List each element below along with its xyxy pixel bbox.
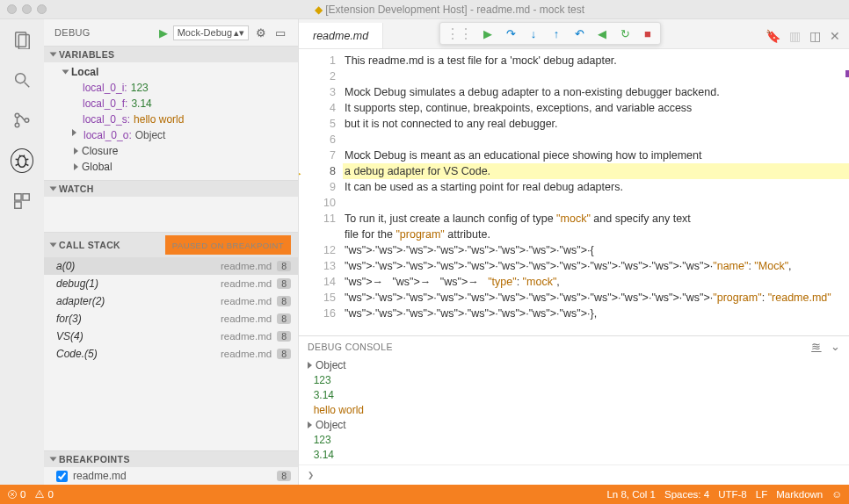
step-out-button[interactable]: ↑ [546, 24, 567, 43]
callstack-body: a(0)readme.md8debug(1)readme.md8adapter(… [44, 257, 298, 363]
debug-settings-button[interactable]: ⚙ [254, 26, 268, 40]
gutter[interactable]: 1234567▶8910111213141516 [299, 49, 343, 335]
svg-rect-14 [15, 194, 21, 200]
console-line[interactable]: 123 [308, 433, 840, 448]
source-control-icon[interactable] [11, 109, 33, 132]
start-debug-button[interactable]: ▶ [159, 26, 168, 40]
variable-row[interactable]: local_0_s: hello world [44, 112, 298, 127]
layout-icon[interactable]: ◫ [809, 29, 821, 43]
svg-point-5 [15, 123, 19, 127]
debug-console-input[interactable]: ❯ [299, 464, 849, 485]
minimize-window-dot[interactable] [22, 4, 32, 14]
feedback-icon[interactable]: ☺ [831, 489, 842, 500]
debug-console-header[interactable]: DEBUG CONSOLE ≋ ⌄ [299, 336, 849, 356]
toggle-breakpoints-icon[interactable]: 🔖 [766, 29, 780, 43]
debug-icon[interactable] [11, 149, 33, 172]
maximize-window-dot[interactable] [37, 4, 47, 14]
stop-button[interactable]: ■ [637, 24, 658, 43]
svg-rect-16 [15, 202, 21, 208]
editor[interactable]: 1234567▶8910111213141516 This readme.md … [299, 49, 849, 335]
svg-line-13 [24, 155, 25, 157]
split-editor-icon[interactable]: ▥ [789, 29, 801, 43]
editor-group: readme.md ⋮⋮ ▶ ↷ ↓ ↑ ↶ ◀ ↻ ■ 🔖 ▥ ◫ ✕ 123… [299, 19, 849, 485]
status-bar: 0 0 Ln 8, Col 1 Spaces: 4 UTF-8 LF Markd… [0, 485, 849, 504]
status-warnings[interactable]: 0 [34, 489, 53, 500]
scope-closure[interactable]: Closure [44, 143, 298, 159]
status-ln-col[interactable]: Ln 8, Col 1 [606, 489, 656, 500]
code-area[interactable]: This readme.md is a test file for a 'moc… [343, 49, 849, 335]
console-line[interactable]: Object [308, 418, 840, 433]
overview-ruler-marker [845, 70, 849, 77]
console-chevron-icon[interactable]: ⌄ [831, 340, 840, 353]
variables-section-header[interactable]: VARIABLES [44, 46, 298, 62]
svg-point-2 [16, 74, 25, 83]
callstack-frame[interactable]: a(0)readme.md8 [44, 257, 298, 275]
more-actions-icon[interactable]: ✕ [830, 29, 840, 43]
breakpoints-section-header[interactable]: BREAKPOINTS [44, 450, 298, 467]
debug-title: DEBUG [54, 27, 91, 38]
step-back-button[interactable]: ↶ [569, 24, 590, 43]
debug-toolbar: ⋮⋮ ▶ ↷ ↓ ↑ ↶ ◀ ↻ ■ [439, 22, 661, 45]
svg-point-4 [15, 113, 19, 118]
explorer-icon[interactable] [11, 28, 33, 51]
window-controls [7, 4, 47, 14]
console-line[interactable]: 3.14 [308, 388, 840, 403]
scope-local[interactable]: Local [44, 64, 298, 80]
status-spaces[interactable]: Spaces: 4 [664, 489, 709, 500]
callstack-section-header[interactable]: CALL STACK PAUSED ON BREAKPOINT [44, 232, 298, 257]
debug-sidebar: DEBUG ▶ Mock-Debug▴▾ ⚙ ▭ VARIABLES Local… [44, 19, 299, 485]
svg-line-12 [19, 155, 20, 157]
open-debug-console-button[interactable]: ▭ [273, 26, 287, 40]
variable-row[interactable]: local_0_f: 3.14 [44, 96, 298, 112]
svg-point-6 [25, 119, 29, 123]
status-language[interactable]: Markdown [776, 489, 823, 500]
step-over-button[interactable]: ↷ [500, 24, 521, 43]
window-title: ◆ [Extension Development Host] - readme.… [57, 4, 842, 16]
activity-bar [0, 19, 44, 485]
callstack-frame[interactable]: Code.(5)readme.md8 [44, 345, 298, 363]
svg-rect-15 [23, 194, 29, 200]
watch-body[interactable] [44, 197, 298, 232]
status-errors[interactable]: 0 [7, 489, 25, 500]
watch-section-header[interactable]: WATCH [44, 180, 298, 197]
variable-row[interactable]: local_0_i: 123 [44, 80, 298, 96]
callstack-frame[interactable]: debug(1)readme.md8 [44, 275, 298, 292]
debug-config-dropdown[interactable]: Mock-Debug▴▾ [173, 25, 249, 40]
console-line[interactable]: 3.14 [308, 448, 840, 463]
editor-tab[interactable]: readme.md [299, 23, 383, 48]
variables-body: Local local_0_i: 123local_0_f: 3.14local… [44, 62, 298, 180]
extensions-icon[interactable] [11, 190, 33, 212]
debug-header: DEBUG ▶ Mock-Debug▴▾ ⚙ ▭ [44, 19, 298, 46]
svg-line-8 [16, 159, 19, 160]
variable-row[interactable]: local_0_o: Object [44, 127, 298, 143]
breakpoints-body: readme.md8 [44, 467, 298, 485]
window-titlebar: ◆ [Extension Development Host] - readme.… [0, 0, 849, 19]
continue-button[interactable]: ▶ [477, 24, 498, 43]
callstack-frame[interactable]: for(3)readme.md8 [44, 310, 298, 328]
tab-row: readme.md ⋮⋮ ▶ ↷ ↓ ↑ ↶ ◀ ↻ ■ 🔖 ▥ ◫ ✕ [299, 19, 849, 49]
console-line[interactable]: Object [308, 358, 840, 373]
debug-console-body[interactable]: Object 123 3.14 hello worldObject 123 3.… [299, 356, 849, 464]
console-line[interactable]: hello world [308, 403, 840, 418]
breakpoint-row[interactable]: readme.md8 [44, 467, 298, 485]
breakpoint-checkbox[interactable] [56, 471, 68, 482]
callstack-frame[interactable]: adapter(2)readme.md8 [44, 292, 298, 310]
console-line[interactable]: 123 [308, 373, 840, 388]
search-icon[interactable] [11, 68, 33, 91]
callstack-frame[interactable]: VS(4)readme.md8 [44, 328, 298, 345]
debug-console: DEBUG CONSOLE ≋ ⌄ Object 123 3.14 hello … [299, 335, 849, 485]
scope-global[interactable]: Global [44, 159, 298, 175]
status-encoding[interactable]: UTF-8 [718, 489, 747, 500]
tab-actions: 🔖 ▥ ◫ ✕ [766, 29, 849, 48]
status-eol[interactable]: LF [756, 489, 767, 500]
drag-handle-icon[interactable]: ⋮⋮ [442, 25, 475, 42]
svg-line-9 [25, 159, 29, 160]
restart-button[interactable]: ↻ [614, 24, 635, 43]
svg-line-3 [25, 83, 30, 88]
step-into-button[interactable]: ↓ [523, 24, 544, 43]
clear-console-icon[interactable]: ≋ [811, 340, 821, 353]
close-window-dot[interactable] [7, 4, 17, 14]
svg-point-7 [18, 156, 25, 168]
reverse-button[interactable]: ◀ [591, 24, 613, 43]
